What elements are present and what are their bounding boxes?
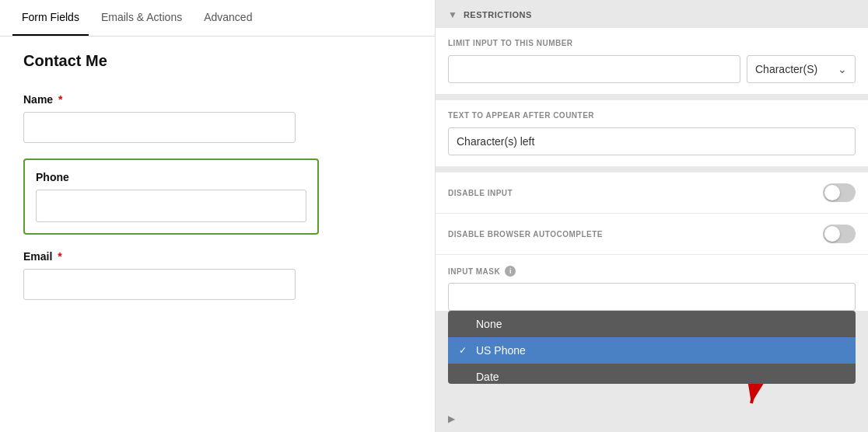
phone-field-wrapper: Phone: [23, 159, 319, 235]
tab-bar: Form Fields Emails & Actions Advanced: [0, 0, 435, 37]
mask-option-us-phone[interactable]: ✓ US Phone: [448, 337, 856, 364]
limit-input-label: LIMIT INPUT TO THIS NUMBER: [448, 39, 856, 47]
tab-emails-actions[interactable]: Emails & Actions: [92, 0, 191, 36]
expand-icon[interactable]: ▶: [448, 413, 455, 424]
disable-autocomplete-row: DISABLE BROWSER AUTOCOMPLETE: [436, 214, 868, 254]
text-counter-block: TEXT TO APPEAR AFTER COUNTER: [436, 100, 868, 166]
disable-input-row: DISABLE INPUT: [436, 172, 868, 213]
form-preview-area: Contact Me Name * Phone Email *: [0, 37, 435, 432]
email-input[interactable]: [23, 269, 296, 300]
limit-unit-value: Character(S): [755, 63, 817, 75]
phone-label: Phone: [36, 171, 306, 183]
right-panel: ▼ RESTRICTIONS LIMIT INPUT TO THIS NUMBE…: [436, 0, 868, 432]
input-mask-block: INPUT MASK i: [436, 255, 868, 311]
email-label: Email *: [23, 250, 411, 263]
restrictions-title: RESTRICTIONS: [464, 10, 532, 19]
limit-input-block: LIMIT INPUT TO THIS NUMBER Character(S) …: [436, 28, 868, 94]
email-required-star: *: [54, 250, 61, 263]
mask-option-us-phone-label: US Phone: [476, 344, 526, 357]
limit-unit-select[interactable]: Character(S) ⌄: [747, 55, 856, 83]
name-label: Name *: [23, 93, 411, 106]
disable-input-toggle[interactable]: [823, 183, 856, 202]
input-mask-dropdown: ✓ None ✓ US Phone ✓ Date ✓ Currency ✓ Cu…: [448, 311, 856, 384]
input-mask-label-row: INPUT MASK i: [448, 266, 856, 277]
arrow-container: [436, 384, 868, 406]
mask-select-input[interactable]: [448, 283, 856, 311]
mask-option-date[interactable]: ✓ Date: [448, 364, 856, 384]
limit-input-row: Character(S) ⌄: [448, 55, 856, 83]
email-field-group: Email *: [23, 250, 411, 300]
limit-number-input[interactable]: [448, 55, 740, 83]
form-title: Contact Me: [23, 52, 411, 70]
chevron-down-icon: ⌄: [838, 63, 847, 75]
disable-autocomplete-label: DISABLE BROWSER AUTOCOMPLETE: [448, 230, 603, 239]
tab-advanced[interactable]: Advanced: [194, 0, 261, 36]
restrictions-section-header: ▼ RESTRICTIONS: [436, 0, 868, 28]
input-mask-label: INPUT MASK: [448, 267, 500, 276]
text-counter-input[interactable]: [448, 127, 856, 155]
tab-form-fields[interactable]: Form Fields: [12, 0, 89, 36]
phone-input[interactable]: [36, 190, 306, 222]
disable-autocomplete-toggle[interactable]: [823, 225, 856, 243]
text-counter-label: TEXT TO APPEAR AFTER COUNTER: [448, 111, 856, 120]
info-icon: i: [505, 266, 516, 277]
mask-option-date-label: Date: [476, 371, 499, 383]
name-required-star: *: [55, 93, 62, 106]
name-input[interactable]: [23, 112, 296, 143]
mask-option-none[interactable]: ✓ None: [448, 311, 856, 337]
collapse-icon[interactable]: ▼: [448, 9, 457, 20]
disable-input-label: DISABLE INPUT: [448, 189, 513, 197]
check-icon-us-phone: ✓: [459, 345, 470, 356]
name-field-group: Name *: [23, 93, 411, 143]
left-panel: Form Fields Emails & Actions Advanced Co…: [0, 0, 436, 432]
mask-option-none-label: None: [476, 318, 502, 330]
